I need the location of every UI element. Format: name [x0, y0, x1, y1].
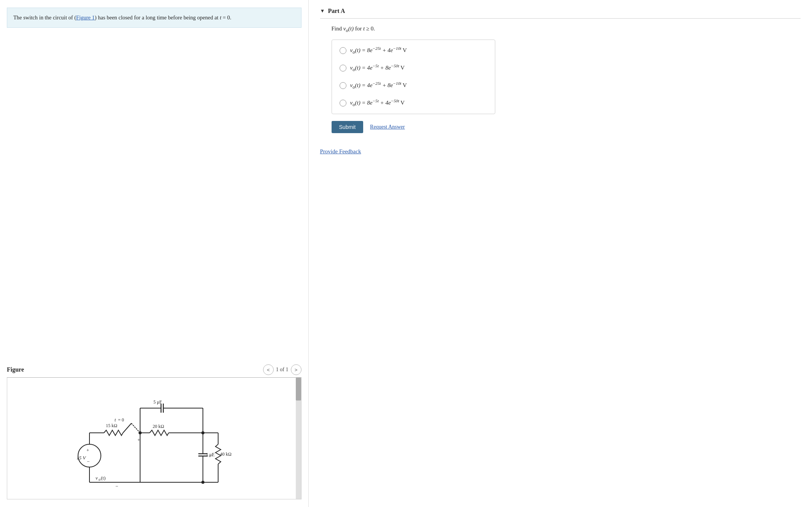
svg-text:15 kΩ: 15 kΩ [106, 423, 117, 428]
circuit-svg-container: + − 15 V v o (t) [7, 378, 296, 499]
option-1-label: vo(t) = 8e−25t + 4e−10t V [350, 46, 407, 55]
radio-2[interactable] [340, 65, 346, 72]
option-2[interactable]: vo(t) = 4e−5t + 8e−50t V [340, 64, 487, 73]
option-4-label: vo(t) = 8e−5t + 4e−50t V [350, 99, 405, 108]
svg-text:15 V: 15 V [77, 455, 86, 461]
left-panel: The switch in the circuit of (Figure 1) … [0, 0, 309, 507]
radio-3[interactable] [340, 82, 346, 89]
figure-title: Figure [7, 366, 24, 373]
answer-actions: Submit Request Answer [320, 121, 801, 133]
figure-nav: < 1 of 1 > [263, 364, 302, 375]
svg-text:+: + [137, 437, 140, 443]
svg-point-40 [201, 481, 204, 484]
radio-1[interactable] [340, 47, 346, 54]
figure-section: Figure < 1 of 1 > + − [7, 364, 302, 499]
option-4[interactable]: vo(t) = 8e−5t + 4e−50t V [340, 99, 487, 108]
next-figure-button[interactable]: > [291, 364, 302, 375]
part-arrow-icon: ▼ [320, 8, 325, 14]
option-3[interactable]: vo(t) = 4e−25t + 8e−10t V [340, 81, 487, 90]
statement-text: The switch in the circuit of (Figure 1) … [13, 14, 231, 21]
radio-4[interactable] [340, 100, 346, 106]
svg-text:−: − [87, 459, 89, 464]
option-3-label: vo(t) = 4e−25t + 8e−10t V [350, 81, 407, 90]
option-2-label: vo(t) = 4e−5t + 8e−50t V [350, 64, 405, 73]
svg-text:v: v [96, 475, 98, 481]
part-title: Part A [328, 8, 345, 14]
problem-statement: The switch in the circuit of (Figure 1) … [7, 8, 302, 28]
svg-line-15 [131, 423, 140, 433]
scroll-bar[interactable] [296, 378, 301, 499]
circuit-diagram: + − 15 V v o (t) [70, 381, 233, 496]
figure-diagram: + − 15 V v o (t) [7, 378, 302, 499]
question-prompt: Find vo(t) for t ≥ 0. [320, 25, 801, 33]
scroll-thumb[interactable] [296, 378, 301, 401]
svg-text:1 μF: 1 μF [206, 452, 214, 457]
submit-button[interactable]: Submit [332, 121, 364, 133]
right-panel: ▼ Part A Find vo(t) for t ≥ 0. vo(t) = 8… [309, 0, 812, 507]
figure-link[interactable]: Figure 1 [76, 14, 95, 21]
answer-box: vo(t) = 8e−25t + 4e−10t V vo(t) = 4e−5t … [332, 40, 495, 114]
svg-text:−: − [115, 483, 118, 489]
svg-text:= 0: = 0 [118, 417, 124, 423]
svg-text:o: o [99, 477, 101, 482]
option-1[interactable]: vo(t) = 8e−25t + 4e−10t V [340, 46, 487, 55]
prompt-math: vo(t) [343, 25, 354, 32]
svg-text:t: t [115, 417, 116, 423]
figure-count: 1 of 1 [276, 367, 289, 373]
request-answer-button[interactable]: Request Answer [370, 124, 405, 130]
figure-header: Figure < 1 of 1 > [7, 364, 302, 378]
svg-text:(t): (t) [101, 475, 105, 481]
prev-figure-button[interactable]: < [263, 364, 274, 375]
part-header: ▼ Part A [320, 4, 801, 19]
svg-text:40 kΩ: 40 kΩ [220, 451, 231, 457]
svg-text:20 kΩ: 20 kΩ [153, 424, 164, 429]
provide-feedback-link[interactable]: Provide Feedback [320, 148, 801, 155]
svg-text:5 μF: 5 μF [153, 399, 162, 405]
svg-line-10 [123, 423, 131, 433]
svg-text:+: + [86, 447, 89, 453]
